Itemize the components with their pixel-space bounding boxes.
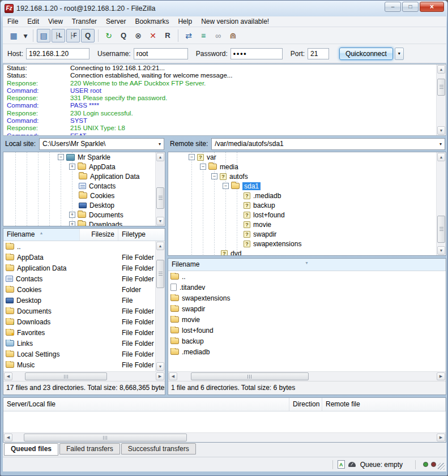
file-row[interactable]: swapextensions bbox=[168, 293, 446, 303]
file-row[interactable]: .titandev bbox=[168, 282, 446, 293]
vertical-scrollbar[interactable]: ▲▼ bbox=[436, 65, 446, 135]
tab-successful-transfers[interactable]: Successful transfers bbox=[121, 443, 196, 454]
find-files-button[interactable]: ⋒ bbox=[226, 29, 240, 42]
menu-item-server[interactable]: Server bbox=[101, 16, 130, 27]
tab-failed-transfers[interactable]: Failed transfers bbox=[59, 443, 120, 454]
file-row[interactable]: swapdir bbox=[168, 303, 446, 314]
file-row[interactable]: lost+found bbox=[168, 325, 446, 336]
scrollbar-thumb[interactable] bbox=[25, 372, 107, 380]
directory-listing-filters-button[interactable]: ≡ bbox=[197, 29, 210, 42]
site-manager-dropdown[interactable]: ▾ bbox=[22, 29, 29, 42]
file-row[interactable]: CookiesFolder bbox=[3, 284, 155, 295]
refresh-button[interactable]: ↻ bbox=[102, 29, 116, 42]
file-row[interactable]: AppDataFile Folder bbox=[3, 252, 155, 263]
process-queue-button[interactable]: Q bbox=[117, 29, 130, 42]
tree-collapse-icon[interactable]: − bbox=[211, 173, 217, 179]
tree-collapse-icon[interactable]: − bbox=[223, 183, 229, 189]
tree-item-swapextensions[interactable]: ?swapextensions bbox=[168, 239, 446, 248]
scrollbar-thumb[interactable] bbox=[191, 372, 309, 380]
column-header-server-local-file[interactable]: Server/Local file bbox=[3, 398, 289, 411]
close-button[interactable]: × bbox=[420, 2, 444, 12]
scrollbar-thumb[interactable] bbox=[437, 216, 445, 243]
column-header-filesize[interactable]: Filesize bbox=[80, 229, 118, 241]
scrollbar-down-icon[interactable]: ▼ bbox=[437, 126, 445, 135]
host-input[interactable] bbox=[26, 48, 89, 59]
menu-item-bookmarks[interactable]: Bookmarks bbox=[130, 16, 173, 27]
file-row[interactable]: DocumentsFile Folder bbox=[3, 306, 155, 316]
scrollbar-down-icon[interactable]: ▼ bbox=[156, 362, 164, 371]
scrollbar-down-icon[interactable]: ▼ bbox=[156, 217, 164, 225]
file-row[interactable]: LinksFile Folder bbox=[3, 338, 155, 349]
scrollbar-left-icon[interactable]: ◀ bbox=[4, 372, 12, 380]
combo-caret-icon[interactable]: ▾ bbox=[437, 141, 445, 147]
scrollbar-right-icon[interactable]: ▶ bbox=[156, 372, 164, 380]
file-row[interactable]: .. bbox=[3, 241, 155, 252]
maximize-button[interactable]: □ bbox=[402, 2, 419, 12]
tree-expand-icon[interactable]: + bbox=[69, 221, 75, 226]
site-manager-button[interactable]: ▦ bbox=[7, 29, 20, 42]
file-row[interactable]: FavoritesFile Folder bbox=[3, 327, 155, 338]
vertical-scrollbar[interactable]: ▲▼ bbox=[155, 152, 165, 226]
tree-item-media[interactable]: −media bbox=[168, 162, 446, 171]
tree-item-contacts[interactable]: Contacts bbox=[3, 181, 165, 191]
scrollbar-up-icon[interactable]: ▲ bbox=[156, 242, 164, 250]
local-site-combo[interactable]: C:\Users\Mr Sparkle\ ▾ bbox=[39, 138, 164, 150]
speed-limits-icon[interactable] bbox=[348, 462, 356, 467]
file-row[interactable]: DownloadsFile Folder bbox=[3, 316, 155, 327]
disconnect-button[interactable]: ✕ bbox=[146, 29, 160, 42]
minimize-button[interactable]: – bbox=[385, 2, 401, 12]
tab-queued-files[interactable]: Queued files bbox=[4, 443, 58, 456]
compare-directories-button[interactable]: ⇄ bbox=[182, 29, 195, 42]
port-input[interactable] bbox=[308, 48, 329, 59]
menu-item-help[interactable]: Help bbox=[173, 16, 197, 27]
scrollbar-right-icon[interactable]: ▶ bbox=[437, 372, 445, 380]
tree-item-swapdir[interactable]: ?swapdir bbox=[168, 229, 446, 239]
scrollbar-thumb[interactable] bbox=[156, 187, 164, 209]
toggle-message-log-button[interactable]: ▤ bbox=[37, 29, 50, 42]
vertical-scrollbar[interactable]: ▲▼ bbox=[436, 152, 446, 255]
scrollbar-thumb[interactable] bbox=[437, 79, 445, 96]
column-header-remote-file[interactable]: Remote file bbox=[322, 398, 446, 411]
column-header-direction[interactable]: Direction bbox=[289, 398, 322, 411]
scrollbar-up-icon[interactable]: ▲ bbox=[437, 65, 445, 74]
scrollbar-down-icon[interactable]: ▼ bbox=[437, 246, 445, 255]
tree-expand-icon[interactable]: + bbox=[69, 212, 75, 218]
tree-item-dvd[interactable]: ?dvd bbox=[168, 248, 446, 256]
quickconnect-button[interactable]: Quickconnect bbox=[339, 48, 393, 60]
file-row[interactable]: MusicFile Folder bbox=[3, 359, 155, 370]
tree-item-backup[interactable]: ?backup bbox=[168, 200, 446, 210]
tree-item-mediadb[interactable]: ?.mediadb bbox=[168, 191, 446, 200]
toggle-queue-button[interactable]: Q bbox=[81, 29, 95, 42]
username-input[interactable] bbox=[134, 48, 188, 59]
synchronized-browsing-button[interactable]: ∞ bbox=[211, 29, 225, 42]
scrollbar-thumb[interactable] bbox=[24, 434, 187, 441]
tree-item-sda1[interactable]: −sda1 bbox=[168, 181, 446, 191]
reconnect-button[interactable]: R bbox=[161, 29, 174, 42]
tree-item-mr-sparkle[interactable]: −Mr Sparkle bbox=[3, 152, 165, 162]
tree-item-application-data[interactable]: Application Data bbox=[3, 171, 165, 181]
tree-item-downloads[interactable]: +Downloads bbox=[3, 220, 165, 226]
tree-collapse-icon[interactable]: − bbox=[200, 164, 206, 170]
column-header-filetype[interactable]: Filetype bbox=[118, 229, 165, 241]
menu-item-new-version-available[interactable]: New version available! bbox=[197, 16, 274, 27]
file-row[interactable]: Local SettingsFile Folder bbox=[3, 349, 155, 359]
resize-grip[interactable] bbox=[438, 463, 445, 470]
tree-item-autofs[interactable]: −?autofs bbox=[168, 171, 446, 181]
local-hscroll[interactable]: ◀▶ bbox=[3, 371, 165, 381]
tree-item-desktop[interactable]: Desktop bbox=[3, 200, 165, 210]
file-row[interactable]: backup bbox=[168, 336, 446, 346]
column-header-filename[interactable]: Filename ▾ bbox=[168, 259, 446, 271]
menu-item-edit[interactable]: Edit bbox=[23, 16, 44, 27]
file-row[interactable]: ContactsFile Folder bbox=[3, 273, 155, 284]
queue-hscroll[interactable]: ◀▶ bbox=[3, 432, 446, 442]
toggle-remote-tree-button[interactable]: ├F bbox=[66, 29, 80, 42]
password-input[interactable] bbox=[231, 48, 283, 59]
tree-item-appdata[interactable]: +AppData bbox=[3, 162, 165, 171]
file-row[interactable]: movie bbox=[168, 314, 446, 325]
tree-expand-icon[interactable]: + bbox=[69, 164, 75, 170]
cancel-button[interactable]: ⊗ bbox=[131, 29, 145, 42]
vertical-scrollbar[interactable]: ▲▼ bbox=[155, 241, 165, 371]
remote-hscroll[interactable]: ◀▶ bbox=[168, 371, 446, 381]
quickconnect-dropdown[interactable]: ▾ bbox=[395, 48, 404, 60]
combo-caret-icon[interactable]: ▾ bbox=[156, 141, 164, 147]
